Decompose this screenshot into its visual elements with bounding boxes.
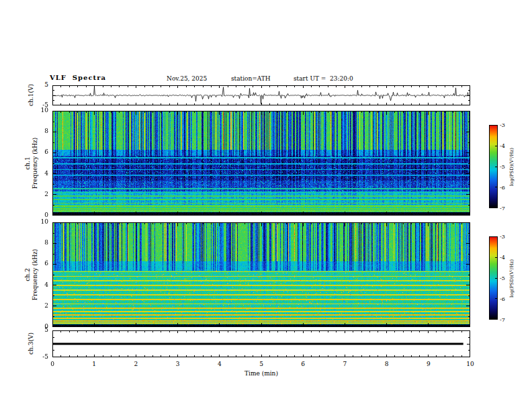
ch3v-axis-label: ch.3(V) (28, 304, 35, 384)
tick-label: -5 (500, 275, 515, 282)
ch1-spectrogram-canvas (52, 111, 470, 216)
ch2-spectrogram-canvas (52, 222, 470, 327)
tick-label: 5 (26, 326, 48, 334)
tick-label: 6 (26, 260, 48, 267)
tick-label: 2 (26, 302, 48, 310)
ch3-trace-canvas (52, 330, 470, 357)
plot-title: VLF Spectra (50, 74, 106, 81)
tick-label: 5 (26, 81, 48, 89)
tick-label: 6 (26, 148, 48, 156)
tick-label: 5 (251, 361, 271, 368)
time-axis-label: Time (min) (221, 370, 302, 377)
tick-label: 6 (293, 361, 313, 368)
tick-label: 10 (26, 218, 48, 226)
tick-label: -7 (500, 316, 515, 324)
tick-label: 4 (26, 170, 48, 177)
header-station: station=ATH (231, 75, 271, 83)
colorbar1-canvas (489, 125, 498, 208)
tick-label: 8 (377, 361, 397, 368)
tick-label: -5 (500, 163, 515, 171)
vlf-spectra-figure: VLF Spectra Nov.25, 2025 station=ATH sta… (0, 0, 532, 411)
header-start-ut: start UT = 23:20:0 (294, 75, 353, 83)
tick-label: -4 (500, 142, 515, 150)
tick-label: -4 (500, 254, 515, 261)
tick-label: -3 (500, 233, 515, 240)
tick-label: 1 (84, 361, 104, 368)
ch3v-axis-label-text: ch.3(V) (28, 332, 34, 355)
tick-label: -3 (500, 122, 515, 129)
ch1-waveform-canvas (52, 85, 470, 105)
tick-label: -5 (26, 353, 48, 361)
header-date: Nov.25, 2025 (167, 75, 207, 83)
tick-label: 10 (26, 107, 48, 114)
tick-label: 10 (460, 361, 480, 368)
tick-label: -6 (500, 295, 515, 303)
tick-label: 8 (26, 239, 48, 246)
tick-label: 7 (335, 361, 355, 368)
tick-label: 4 (26, 281, 48, 289)
tick-label: 8 (26, 128, 48, 135)
tick-label: 4 (210, 361, 230, 368)
tick-label: -6 (500, 184, 515, 191)
tick-label: 9 (418, 361, 439, 368)
colorbar2-canvas (489, 236, 498, 320)
tick-label: 0 (42, 361, 62, 368)
tick-label: 2 (126, 361, 146, 368)
tick-label: 3 (168, 361, 188, 368)
tick-label: 2 (26, 191, 48, 198)
tick-label: -7 (500, 205, 515, 212)
